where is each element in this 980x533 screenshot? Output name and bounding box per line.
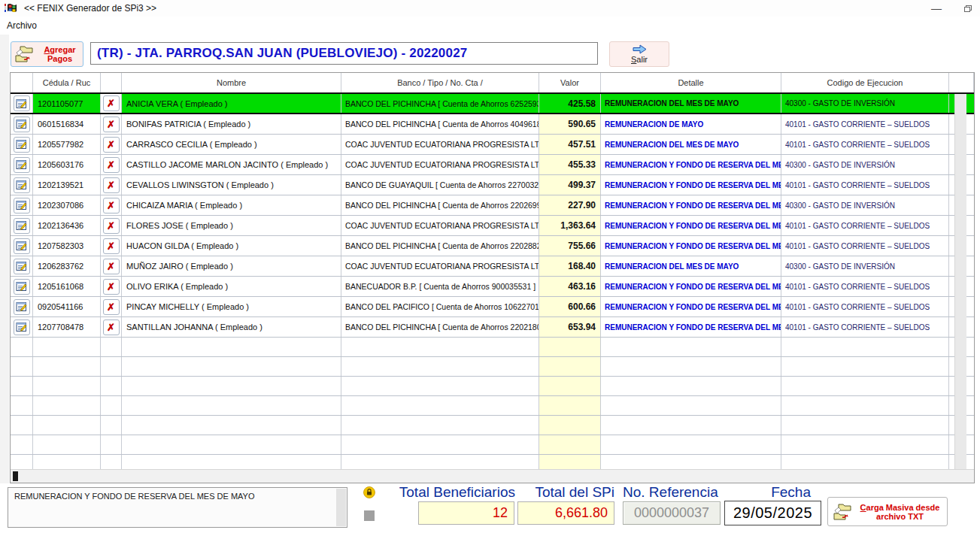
restore-button[interactable] <box>957 0 979 17</box>
empty-cell <box>539 396 601 415</box>
table-row[interactable]: 1201105077✗ANICIA VERA ( Empleado )BANCO… <box>11 92 974 114</box>
delete-row-button[interactable]: ✗ <box>103 198 120 214</box>
edit-row-button[interactable] <box>14 238 30 254</box>
header-x-col <box>101 73 122 92</box>
table-row[interactable]: 1207582303✗HUACON GILDA ( Empleado )BANC… <box>11 236 974 256</box>
restore-icon <box>964 5 972 12</box>
row-delete-cell: ✗ <box>101 277 122 296</box>
menu-archivo[interactable]: Archivo <box>0 20 44 31</box>
edit-row-button[interactable] <box>14 198 30 214</box>
delete-row-button[interactable]: ✗ <box>103 279 120 295</box>
fecha-field[interactable]: 29/05/2025 <box>724 501 821 525</box>
table-row[interactable]: 1206283762✗MUÑOZ JAIRO ( Empleado )COAC … <box>11 256 974 277</box>
detalle-scrollbar[interactable] <box>336 489 346 526</box>
delete-row-button[interactable]: ✗ <box>103 259 120 274</box>
menu-bar: Archivo <box>0 17 980 34</box>
grid-horizontal-scrollbar[interactable] <box>11 469 974 483</box>
edit-row-button[interactable] <box>14 218 30 234</box>
cell-valor: 499.37 <box>539 175 601 195</box>
table-row[interactable]: 0920541166✗PINCAY MICHELLY ( Empleado )B… <box>11 297 974 317</box>
edit-row-button[interactable] <box>14 279 30 295</box>
cell-valor: 455.33 <box>539 155 601 174</box>
no-referencia-label: No. Referencia <box>623 484 722 501</box>
header-cedula[interactable]: Cédula / Ruc <box>33 73 101 92</box>
header-nombre[interactable]: Nombre <box>122 73 341 92</box>
edit-row-button[interactable] <box>14 299 30 315</box>
delete-row-button[interactable]: ✗ <box>103 299 120 315</box>
empty-cell <box>122 377 341 395</box>
edit-row-button[interactable] <box>14 117 30 132</box>
cell-cedula: 0920541166 <box>33 297 101 316</box>
agregar-pagos-button[interactable]: Agregar Pagos <box>11 41 83 67</box>
row-delete-cell: ✗ <box>101 236 122 256</box>
grid-vertical-scrollbar[interactable] <box>954 94 966 469</box>
row-icon-cell <box>11 114 33 134</box>
empty-table-row <box>11 357 974 377</box>
carga-masiva-button[interactable]: Carga Masiva desde archivo TXT <box>827 497 948 526</box>
table-row[interactable]: 1205603176✗CASTILLO JACOME MARLON JACINT… <box>11 155 974 175</box>
row-icon-cell <box>11 277 33 296</box>
header-valor[interactable]: Valor <box>539 73 601 92</box>
entity-field[interactable]: (TR) - JTA. PARROQ.SAN JUAN (PUEBLOVIEJO… <box>90 42 598 65</box>
cell-cedula: 1202139521 <box>33 175 101 195</box>
empty-cell <box>341 338 539 356</box>
header-banco[interactable]: Banco / Tipo / No. Cta / <box>341 73 539 92</box>
empty-cell <box>11 416 33 435</box>
delete-row-button[interactable]: ✗ <box>103 117 120 132</box>
cell-nombre: HUACON GILDA ( Empleado ) <box>122 236 341 256</box>
table-row[interactable]: 1205161068✗OLIVO ERIKA ( Empleado )BANEC… <box>11 277 974 297</box>
delete-row-button[interactable]: ✗ <box>103 319 120 335</box>
detalle-textarea[interactable]: REMUNERACION Y FONDO DE RESERVA DEL MES … <box>8 487 347 528</box>
empty-table-row <box>11 416 974 435</box>
cell-detalle: REMUNERACION Y FONDO DE RESERVA DEL MES … <box>601 175 781 195</box>
delete-row-button[interactable]: ✗ <box>103 177 120 193</box>
delete-row-button[interactable]: ✗ <box>103 218 120 234</box>
cell-detalle: REMUNERACION Y FONDO DE RESERVA DEL MES … <box>601 297 781 316</box>
cell-banco: BANECUADOR B.P. [ Cuenta de Ahorros 9000… <box>341 277 539 296</box>
empty-cell <box>33 357 101 376</box>
empty-table-row <box>11 396 974 416</box>
header-codigo[interactable]: Codigo de Ejecucion <box>781 73 949 92</box>
header-detalle[interactable]: Detalle <box>601 73 781 92</box>
cell-codigo: 40101 - GASTO CORRIENTE – SUELDOS <box>781 216 949 235</box>
edit-row-button[interactable] <box>14 319 30 335</box>
exit-arrow-icon <box>631 44 648 54</box>
edit-row-button[interactable] <box>14 157 30 173</box>
table-row[interactable]: 1205577982✗CARRASCO CECILIA ( Empleado )… <box>11 135 974 155</box>
edit-row-button[interactable] <box>14 137 30 153</box>
empty-cell <box>33 377 101 395</box>
edit-row-button[interactable] <box>14 95 30 111</box>
empty-cell <box>539 338 601 356</box>
cell-codigo: 40300 - GASTO DE INVERSIÓN <box>781 256 949 276</box>
edit-row-button[interactable] <box>14 177 30 193</box>
edit-row-button[interactable] <box>14 259 30 274</box>
delete-row-button[interactable]: ✗ <box>103 137 120 153</box>
cell-codigo: 40300 - GASTO DE INVERSIÓN <box>781 195 949 215</box>
cell-valor: 600.66 <box>539 297 601 316</box>
table-row[interactable]: 0601516834✗BONIFAS PATRICIA ( Empleado )… <box>11 114 974 135</box>
empty-cell <box>781 338 949 356</box>
total-spi-field: 6,661.80 <box>517 501 614 525</box>
delete-row-button[interactable]: ✗ <box>103 95 120 111</box>
red-x-icon: ✗ <box>107 302 115 312</box>
salir-button[interactable]: Salir <box>609 41 669 67</box>
table-row[interactable]: 1202139521✗CEVALLOS LIWINSGTON ( Emplead… <box>11 175 974 195</box>
cell-codigo: 40101 - GASTO CORRIENTE – SUELDOS <box>781 277 949 296</box>
minimize-button[interactable]: — <box>925 0 948 17</box>
delete-row-button[interactable]: ✗ <box>103 238 120 254</box>
table-row[interactable]: 1202307086✗CHICAIZA MARIA ( Empleado )BA… <box>11 195 974 216</box>
empty-cell <box>11 338 33 356</box>
empty-cell <box>122 396 341 415</box>
table-row[interactable]: 1207708478✗SANTILLAN JOHANNA ( Empleado … <box>11 317 974 338</box>
red-x-icon: ✗ <box>107 180 115 190</box>
delete-row-button[interactable]: ✗ <box>103 157 120 173</box>
red-x-icon: ✗ <box>107 120 115 129</box>
cell-valor: 1,363.64 <box>539 216 601 235</box>
grid-hscroll-thumb[interactable] <box>13 471 18 481</box>
empty-cell <box>601 377 781 395</box>
row-icon-cell <box>11 317 33 337</box>
left-edge-strip <box>0 35 9 483</box>
empty-cell <box>781 416 949 435</box>
table-row[interactable]: 1202136436✗FLORES JOSE ( Empleado )COAC … <box>11 216 974 236</box>
cell-cedula: 1205577982 <box>33 135 101 154</box>
